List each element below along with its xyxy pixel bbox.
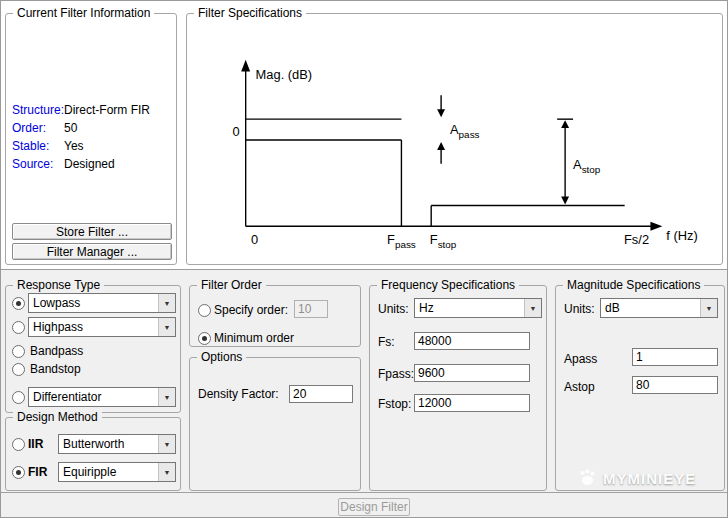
density-factor-label: Density Factor: xyxy=(198,387,279,401)
fir-method-select-value: Equiripple xyxy=(59,465,158,479)
source-value: Designed xyxy=(64,157,115,171)
zero-db-label: 0 xyxy=(233,124,240,139)
stable-value: Yes xyxy=(64,139,84,153)
astop-label: Astop xyxy=(564,380,595,394)
frequency-units-label: Units: xyxy=(378,302,409,316)
response-type-title: Response Type xyxy=(13,278,104,292)
bandstop-radio[interactable] xyxy=(12,363,25,376)
differentiator-select[interactable]: Differentiator ▼ xyxy=(28,387,176,407)
fstop-input[interactable] xyxy=(414,394,530,412)
highpass-radio[interactable] xyxy=(12,321,25,334)
fpass-label: Fpass: xyxy=(378,367,414,381)
passband-lines xyxy=(246,119,402,226)
apass-annotation xyxy=(437,95,445,163)
specify-order-radio[interactable] xyxy=(198,304,211,317)
fs-label: Fs: xyxy=(378,335,395,349)
design-method-title: Design Method xyxy=(13,410,102,424)
filter-order-panel: Filter Order Specify order: Minimum orde… xyxy=(189,285,361,347)
astop-annotation-label: Astop xyxy=(573,157,601,175)
highpass-select-value: Highpass xyxy=(29,320,158,334)
order-label: Order: xyxy=(12,121,46,135)
lowpass-select-value: Lowpass xyxy=(29,296,158,310)
filter-order-title: Filter Order xyxy=(197,278,266,292)
fstop-tick-label: Fstop xyxy=(430,232,457,250)
fpass-input[interactable] xyxy=(414,364,530,382)
iir-radio[interactable] xyxy=(12,438,25,451)
bandpass-label: Bandpass xyxy=(30,344,83,358)
stopband-lines xyxy=(431,205,624,226)
stable-label: Stable: xyxy=(12,139,49,153)
chevron-down-icon: ▼ xyxy=(524,299,541,317)
magnitude-units-label: Units: xyxy=(564,302,595,316)
footer-divider xyxy=(1,492,727,493)
options-title: Options xyxy=(197,350,246,364)
fir-label: FIR xyxy=(28,465,47,479)
frequency-units-select[interactable]: Hz ▼ xyxy=(414,298,542,318)
minimum-order-radio[interactable] xyxy=(198,332,211,345)
specify-order-input xyxy=(294,300,328,318)
fir-method-select[interactable]: Equiripple ▼ xyxy=(58,462,176,482)
density-factor-input[interactable] xyxy=(289,385,353,403)
filter-specifications-panel: Filter Specifications Mag. (dB) 0 xyxy=(186,13,723,265)
magnitude-units-select[interactable]: dB ▼ xyxy=(600,298,718,318)
lowpass-radio[interactable] xyxy=(12,297,25,310)
store-filter-button[interactable]: Store Filter ... xyxy=(12,223,172,240)
design-filter-button: Design Filter xyxy=(338,498,410,516)
fstop-label: Fstop: xyxy=(378,397,411,411)
bandstop-label: Bandstop xyxy=(30,362,81,376)
specify-order-label: Specify order: xyxy=(214,303,288,317)
current-filter-information-panel: Current Filter Information Structure: Di… xyxy=(5,13,177,265)
magnitude-specifications-panel: Magnitude Specifications Units: dB ▼ Apa… xyxy=(555,285,725,491)
apass-input[interactable] xyxy=(632,348,718,366)
fs-input[interactable] xyxy=(414,332,530,350)
options-panel: Options Density Factor: xyxy=(189,357,361,491)
bandpass-radio[interactable] xyxy=(12,345,25,358)
y-axis xyxy=(241,60,250,227)
frequency-specifications-panel: Frequency Specifications Units: Hz ▼ Fs:… xyxy=(369,285,547,491)
fs-half-tick-label: Fs/2 xyxy=(624,232,649,247)
minimum-order-label: Minimum order xyxy=(214,331,294,345)
astop-input[interactable] xyxy=(632,376,718,394)
frequency-units-select-value: Hz xyxy=(415,301,524,315)
iir-method-select-value: Butterworth xyxy=(59,437,158,451)
highpass-select[interactable]: Highpass ▼ xyxy=(28,317,176,337)
response-type-panel: Response Type Lowpass ▼ Highpass ▼ Bandp… xyxy=(5,285,181,413)
chevron-down-icon: ▼ xyxy=(700,299,717,317)
origin-label: 0 xyxy=(251,232,258,247)
magnitude-units-select-value: dB xyxy=(601,301,700,315)
chevron-down-icon: ▼ xyxy=(158,294,175,312)
fpass-tick-label: Fpass xyxy=(387,232,416,250)
filter-manager-button[interactable]: Filter Manager ... xyxy=(12,243,172,260)
source-label: Source: xyxy=(12,157,53,171)
chevron-down-icon: ▼ xyxy=(158,318,175,336)
lowpass-select[interactable]: Lowpass ▼ xyxy=(28,293,176,313)
frequency-axis-label: f (Hz) xyxy=(666,228,697,243)
iir-label: IIR xyxy=(28,437,43,451)
structure-value: Direct-Form FIR xyxy=(64,103,150,117)
design-method-panel: Design Method IIR Butterworth ▼ FIR Equi… xyxy=(5,417,181,491)
filter-specifications-diagram: Mag. (dB) 0 Apass xyxy=(187,14,722,264)
filter-designer-window: Current Filter Information Structure: Di… xyxy=(0,0,728,518)
mag-axis-label: Mag. (dB) xyxy=(256,67,313,82)
current-filter-information-title: Current Filter Information xyxy=(13,6,154,20)
differentiator-radio[interactable] xyxy=(12,391,25,404)
magnitude-specifications-title: Magnitude Specifications xyxy=(563,278,704,292)
apass-annotation-label: Apass xyxy=(450,122,480,140)
order-value: 50 xyxy=(64,121,77,135)
frequency-specifications-title: Frequency Specifications xyxy=(377,278,519,292)
structure-label: Structure: xyxy=(12,103,64,117)
chevron-down-icon: ▼ xyxy=(158,463,175,481)
fir-radio[interactable] xyxy=(12,466,25,479)
apass-label: Apass xyxy=(564,352,597,366)
x-axis xyxy=(246,222,663,231)
iir-method-select[interactable]: Butterworth ▼ xyxy=(58,434,176,454)
differentiator-select-value: Differentiator xyxy=(29,390,158,404)
chevron-down-icon: ▼ xyxy=(158,388,175,406)
astop-annotation xyxy=(557,119,573,204)
chevron-down-icon: ▼ xyxy=(158,435,175,453)
